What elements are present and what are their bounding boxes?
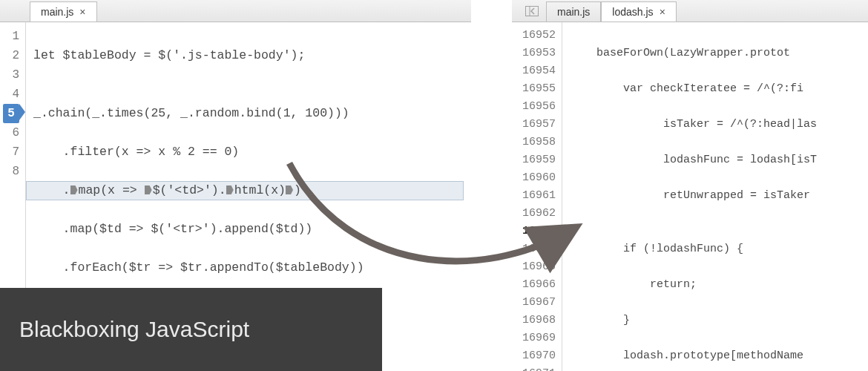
line-number: 16961 bbox=[515, 187, 556, 205]
panel-collapse-icon bbox=[525, 6, 539, 16]
code-line: retUnwrapped = isTaker bbox=[570, 187, 861, 205]
tabbar-left: main.js × bbox=[0, 0, 471, 22]
close-icon[interactable]: × bbox=[660, 6, 665, 18]
code-line: .map($td => $('<tr>').append($td)) bbox=[33, 220, 464, 239]
tab-lodash-js[interactable]: lodash.js × bbox=[601, 1, 676, 22]
code-line: .forEach($tr => $tr.appendTo($tableBody)… bbox=[33, 258, 464, 278]
line-number: 2 bbox=[3, 46, 19, 65]
step-marker-icon bbox=[226, 186, 234, 194]
line-number-current: 5 bbox=[3, 104, 19, 123]
code-line: let $tableBody = $('.js-table-body'); bbox=[33, 46, 464, 65]
tab-main-js[interactable]: main.js × bbox=[30, 1, 97, 22]
code-line: lodash.prototype[methodName bbox=[570, 347, 861, 365]
code-line-highlighted: .map(x => $('<td>').html(x)) bbox=[26, 181, 464, 200]
line-number: 16958 bbox=[515, 134, 556, 151]
step-marker-icon bbox=[70, 186, 78, 194]
step-marker-icon bbox=[145, 186, 152, 194]
editor-right: 16952 16953 16954 16955 16956 16957 1695… bbox=[512, 22, 868, 371]
line-number: 6 bbox=[3, 123, 19, 142]
code-line: isTaker = /^(?:head|las bbox=[570, 116, 861, 134]
line-number: 16957 bbox=[515, 116, 556, 134]
line-number: 16966 bbox=[515, 276, 556, 294]
editor-pane-right: main.js lodash.js × 16952 16953 16954 16… bbox=[512, 0, 868, 371]
line-number: 16964 bbox=[515, 240, 556, 258]
step-marker-icon bbox=[286, 186, 293, 194]
line-number: 3 bbox=[3, 65, 19, 85]
panel-toggle[interactable] bbox=[518, 0, 546, 22]
code-right[interactable]: baseForOwn(LazyWrapper.protot var checkI… bbox=[562, 22, 868, 371]
code-line: return; bbox=[570, 276, 861, 294]
line-number: 1 bbox=[3, 27, 19, 46]
line-number: 4 bbox=[3, 85, 19, 104]
line-number: 16970 bbox=[515, 347, 556, 365]
line-number: 16971 bbox=[515, 365, 556, 371]
tabbar-right: main.js lodash.js × bbox=[512, 0, 868, 22]
code-line: baseForOwn(LazyWrapper.protot bbox=[570, 45, 861, 62]
line-number: 16965 bbox=[515, 258, 556, 276]
overlay-title-text: Blackboxing JavaScript bbox=[19, 317, 249, 342]
line-number: 16968 bbox=[515, 312, 556, 329]
breakpoint-icon[interactable]: 5 bbox=[3, 104, 19, 123]
close-icon[interactable]: × bbox=[79, 6, 85, 18]
code-line: .filter(x => x % 2 == 0) bbox=[33, 142, 464, 162]
line-number: 16969 bbox=[515, 329, 556, 347]
tab-label: lodash.js bbox=[612, 6, 653, 18]
tab-label: main.js bbox=[557, 6, 590, 18]
code-line: var checkIteratee = /^(?:fi bbox=[570, 80, 861, 98]
code-line: _.chain(_.times(25, _.random.bind(1, 100… bbox=[33, 104, 464, 123]
line-number: 16960 bbox=[515, 169, 556, 187]
line-number: 16953 bbox=[515, 45, 556, 62]
line-number: 16967 bbox=[515, 294, 556, 312]
line-number: 16952 bbox=[515, 27, 556, 45]
overlay-title: Blackboxing JavaScript bbox=[0, 288, 382, 371]
code-line: lodashFunc = lodash[isT bbox=[570, 151, 861, 169]
code-line: } bbox=[570, 312, 861, 329]
line-number: 16959 bbox=[515, 151, 556, 169]
line-number: 16956 bbox=[515, 98, 556, 116]
line-number-current: 16963 bbox=[515, 223, 556, 240]
line-number: 16962 bbox=[515, 205, 556, 223]
gutter-right: 16952 16953 16954 16955 16956 16957 1695… bbox=[512, 22, 562, 371]
tab-main-js-right[interactable]: main.js bbox=[546, 1, 601, 22]
line-number: 7 bbox=[3, 142, 19, 162]
code-line: if (!lodashFunc) { bbox=[570, 240, 861, 258]
line-number: 16954 bbox=[515, 62, 556, 80]
line-number: 8 bbox=[3, 162, 19, 181]
line-number: 16955 bbox=[515, 80, 556, 98]
tab-label: main.js bbox=[41, 6, 73, 18]
